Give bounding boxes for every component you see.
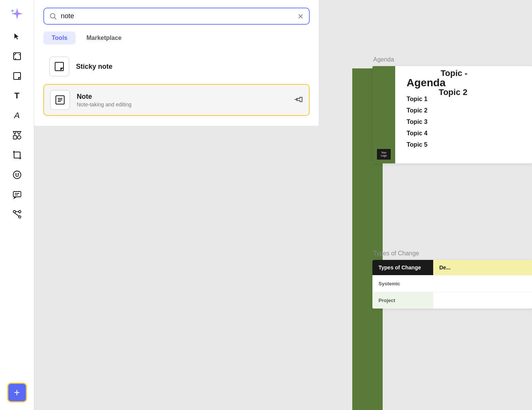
svg-rect-10 (14, 152, 20, 158)
agenda-card-content: Agenda Topic 1 Topic 2 Topic 3 Topic 4 T… (395, 66, 532, 163)
agenda-topic-2: Topic 2 (407, 107, 521, 114)
note-icon-box (50, 90, 70, 110)
agenda-card-sidebar: Your Logo (372, 66, 395, 163)
svg-rect-30 (55, 62, 63, 71)
types-card-container: Types of Change Types of Change De... Sy… (369, 247, 532, 309)
svg-marker-8 (17, 131, 21, 135)
svg-line-27 (55, 17, 57, 19)
search-clear-button[interactable] (298, 13, 304, 19)
svg-point-23 (19, 211, 21, 213)
agenda-topic-4: Topic 4 (407, 130, 521, 137)
shapes-tool[interactable] (7, 126, 27, 144)
font-tool[interactable]: A (7, 106, 27, 125)
sticky-note-icon-box (49, 57, 69, 76)
search-icon (49, 13, 57, 20)
result-sticky-note[interactable]: Sticky note (43, 51, 310, 82)
left-toolbar: T A (0, 0, 34, 410)
svg-rect-0 (14, 53, 21, 60)
tab-marketplace[interactable]: Marketplace (78, 32, 130, 44)
pin-icon[interactable] (292, 93, 306, 107)
svg-point-26 (51, 13, 55, 18)
sticky-note-result-text: Sticky note (76, 63, 304, 71)
note-result-text: Note Note-taking and editing (77, 93, 288, 108)
types-cell-project: Project (372, 292, 433, 309)
note-result-title: Note (77, 93, 288, 101)
frame-tool[interactable] (7, 47, 27, 65)
tabs-row: Tools Marketplace (43, 32, 310, 44)
types-col-header-2: De... (433, 260, 532, 275)
types-col-header-1: Types of Change (372, 260, 433, 275)
types-cell-systemic: Systemic (372, 275, 433, 292)
tab-tools[interactable]: Tools (43, 32, 76, 44)
app-logo (8, 5, 26, 23)
agenda-card-label: Agenda (369, 53, 532, 66)
canvas-topic-2: Topic 2 (439, 87, 467, 97)
svg-rect-18 (13, 192, 21, 197)
types-table: Types of Change De... Systemic Project (372, 260, 532, 309)
svg-rect-6 (13, 136, 17, 139)
text-tool[interactable]: T (7, 87, 27, 105)
svg-point-17 (18, 174, 19, 174)
canvas-topic-dash: Topic - (441, 68, 467, 78)
agenda-topic-3: Topic 3 (407, 119, 521, 125)
agenda-logo: Your Logo (377, 149, 391, 160)
svg-point-21 (13, 211, 16, 213)
note-result-subtitle: Note-taking and editing (77, 101, 288, 108)
plus-icon: + (14, 387, 20, 398)
connections-tool[interactable] (7, 205, 27, 223)
search-input[interactable] (61, 12, 294, 20)
agenda-topic-5: Topic 5 (407, 141, 521, 148)
svg-point-15 (13, 171, 21, 179)
emoji-tool[interactable] (7, 166, 27, 184)
sticky-note-tool[interactable] (7, 67, 27, 85)
types-row-systemic: Systemic (372, 275, 532, 292)
svg-point-16 (16, 174, 16, 174)
text-tool-icon: T (14, 91, 19, 101)
types-cell-systemic-desc (433, 275, 532, 292)
types-cell-project-desc (433, 292, 532, 309)
svg-marker-9 (13, 131, 16, 135)
add-button[interactable]: + (7, 383, 27, 402)
types-card-label: Types of Change (369, 247, 532, 260)
types-row-project: Project (372, 292, 532, 309)
font-tool-icon: A (14, 111, 20, 120)
search-panel: Tools Marketplace Sticky note Note Note-… (34, 0, 319, 126)
types-card: Types of Change De... Systemic Project (372, 260, 532, 309)
search-input-wrapper (43, 8, 310, 25)
svg-point-7 (17, 136, 21, 139)
svg-line-24 (14, 213, 19, 217)
cursor-tool[interactable] (7, 27, 27, 46)
comment-tool[interactable] (7, 185, 27, 204)
result-note[interactable]: Note Note-taking and editing (43, 84, 310, 116)
crop-tool[interactable] (7, 146, 27, 164)
sticky-note-result-title: Sticky note (76, 63, 304, 71)
agenda-card: Your Logo Agenda Topic 1 Topic 2 Topic 3… (372, 66, 532, 163)
svg-rect-5 (14, 73, 21, 79)
